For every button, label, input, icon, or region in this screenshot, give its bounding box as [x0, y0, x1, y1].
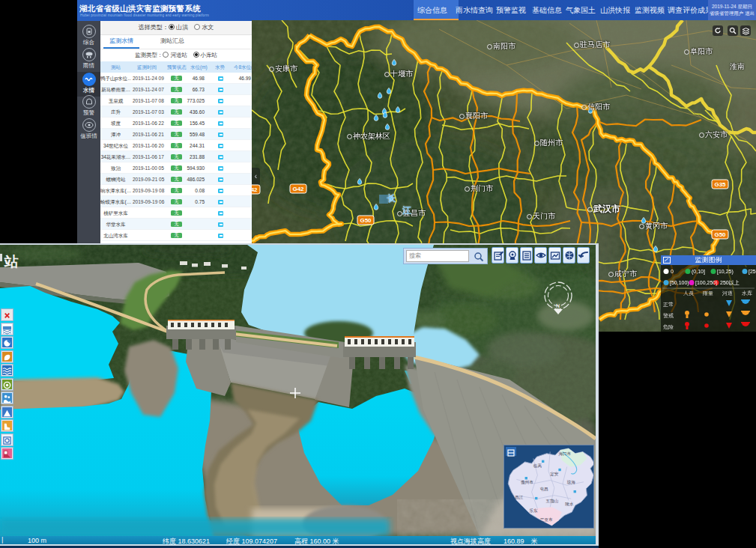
svg-text:海口市: 海口市: [558, 451, 571, 457]
svg-text:[10,25): [10,25): [717, 269, 734, 275]
svg-text:河道: 河道: [722, 290, 733, 296]
svg-text:琼海: 琼海: [567, 480, 576, 485]
svg-text:危险: 危险: [663, 324, 674, 329]
svg-text:[25,5: [25,5: [749, 269, 756, 275]
svg-text:昌江: 昌江: [515, 495, 524, 500]
svg-text:五指山: 五指山: [546, 499, 559, 503]
svg-text:乐东: 乐东: [529, 508, 538, 513]
svg-text:站: 站: [4, 254, 19, 270]
svg-text:人员: 人员: [683, 290, 694, 296]
svg-text:雨量: 雨量: [703, 290, 713, 296]
svg-text:定安: 定安: [550, 472, 559, 477]
svg-text:[50,100): [50,100): [670, 280, 689, 286]
svg-text:(0,10]: (0,10]: [692, 269, 705, 275]
svg-text:警戒: 警戒: [663, 313, 674, 319]
svg-text:屯昌: 屯昌: [539, 487, 548, 491]
svg-text:儋州市: 儋州市: [521, 480, 533, 485]
svg-text:陵水: 陵水: [565, 502, 574, 506]
svg-text:250以上: 250以上: [720, 280, 740, 285]
svg-text:N: N: [556, 303, 560, 308]
svg-text:正常: 正常: [663, 302, 674, 307]
svg-text:临高: 临高: [533, 463, 542, 469]
svg-text:0: 0: [671, 269, 674, 274]
svg-text:水库: 水库: [742, 290, 752, 296]
svg-text:三亚市: 三亚市: [540, 517, 553, 522]
svg-text:[100,250): [100,250): [695, 280, 718, 286]
